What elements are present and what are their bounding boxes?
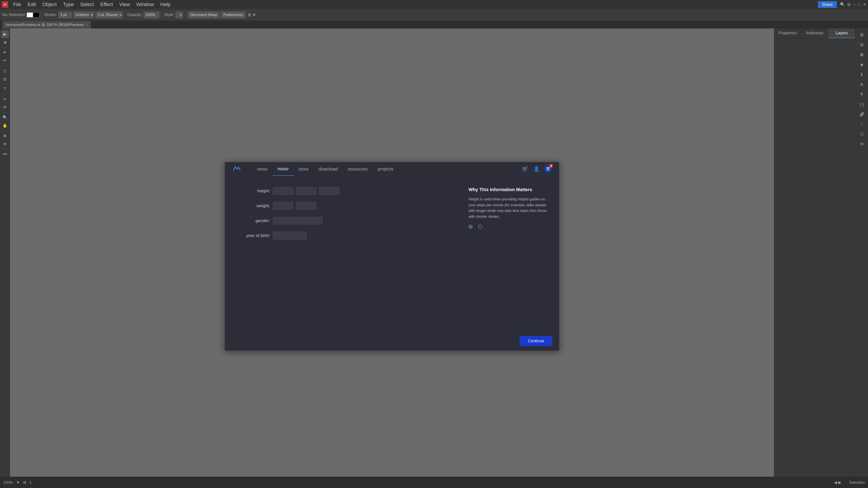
close-icon[interactable]: ✕ xyxy=(863,2,866,7)
para-style-icon[interactable]: ¶ xyxy=(857,90,866,99)
menu-help[interactable]: Help xyxy=(157,0,174,9)
radio-circle-1[interactable] xyxy=(469,225,473,229)
type-tool[interactable]: T xyxy=(1,85,9,93)
year-of-birth-input[interactable] xyxy=(273,232,307,239)
nav-link-moov[interactable]: moov xyxy=(273,162,293,176)
weight-input-1[interactable] xyxy=(273,202,293,210)
tool-sep-1 xyxy=(2,47,8,47)
nav-link-resources[interactable]: resources xyxy=(343,162,373,176)
artboard-wrapper: news moov store download resources proje… xyxy=(225,162,559,351)
panels-icon[interactable]: ⊞ xyxy=(847,2,850,7)
preferences-button[interactable]: Preferences xyxy=(221,11,245,18)
export-icon[interactable]: ↑ xyxy=(857,120,866,129)
sep1 xyxy=(41,11,42,18)
document-setup-button[interactable]: Document Setup xyxy=(188,11,219,18)
height-input-2[interactable] xyxy=(296,187,316,195)
tab-layers[interactable]: Layers xyxy=(828,29,855,38)
zoom-tool[interactable]: 🔍 xyxy=(1,113,9,121)
nav-link-news[interactable]: news xyxy=(252,162,273,176)
radio-option-2[interactable] xyxy=(478,225,482,229)
fill-color[interactable] xyxy=(27,12,33,18)
nav-link-download[interactable]: download xyxy=(313,162,343,176)
pencil-tool[interactable]: ✏ xyxy=(1,57,9,64)
zoom-dropdown-icon[interactable]: ▼ xyxy=(16,480,20,485)
align-icon[interactable]: ⊟ xyxy=(857,40,866,49)
inner-app-logo xyxy=(232,165,243,173)
history-icon[interactable]: ⟲ xyxy=(857,140,866,149)
appearance-icon[interactable]: ◈ xyxy=(857,60,866,69)
blend-tool[interactable]: ⊘ xyxy=(1,140,9,148)
menu-file[interactable]: File xyxy=(10,0,24,9)
maximize-icon[interactable]: □ xyxy=(858,2,861,7)
sep4 xyxy=(185,11,185,18)
gender-input[interactable] xyxy=(273,217,322,225)
tool-sep-4 xyxy=(2,94,8,94)
weight-label: weight: xyxy=(239,203,270,208)
toolbar: No Selection Stroke: Uniform 3 pt. Round… xyxy=(0,9,868,21)
menu-view[interactable]: View xyxy=(116,0,133,9)
rectangle-tool[interactable]: ◻ xyxy=(1,67,9,74)
gender-row: gender: xyxy=(239,217,451,225)
transform-icon[interactable]: ⊠ xyxy=(857,50,866,59)
height-input-3[interactable] xyxy=(319,187,339,195)
char-style-icon[interactable]: A xyxy=(857,80,866,89)
artboard-icon[interactable]: ⊞ xyxy=(23,480,26,485)
open-type-icon[interactable]: { } xyxy=(857,100,866,109)
tool-sep-7 xyxy=(2,149,8,149)
nav-prev-icon[interactable]: ◀ xyxy=(834,480,837,485)
stroke-value-input[interactable] xyxy=(58,11,72,18)
properties-panel: Properties Artboards Layers xyxy=(774,29,855,477)
stroke-weight-select[interactable]: 3 pt. Round xyxy=(95,11,123,18)
cart-icon[interactable]: 🛒 xyxy=(521,165,529,173)
radio-group xyxy=(469,225,550,229)
weight-input-2[interactable] xyxy=(296,202,316,210)
canvas-area: news moov store download resources proje… xyxy=(10,29,774,477)
hand-tool[interactable]: ✋ xyxy=(1,122,9,129)
app-logo: Ai xyxy=(2,1,8,8)
style-select[interactable] xyxy=(176,11,183,18)
right-icon-panel: ⊞ ⊟ ⊠ ◈ ℹ A ¶ { } 🔗 ↑ ⬡ ⟲ xyxy=(855,29,868,477)
menu-window[interactable]: Window xyxy=(133,0,157,9)
menu-edit[interactable]: Edit xyxy=(24,0,39,9)
nav-next-icon[interactable]: ▶ xyxy=(838,480,841,485)
menu-object[interactable]: Object xyxy=(39,0,60,9)
stroke-color[interactable] xyxy=(33,12,39,18)
arrange-icon[interactable]: ⊞ ▼ xyxy=(248,12,256,18)
selection-tool[interactable]: ▶ xyxy=(1,30,9,38)
scissors-tool[interactable]: ✂ xyxy=(1,95,9,103)
rotate-tool[interactable]: ⟳ xyxy=(1,103,9,111)
search-icon[interactable]: 🔍 xyxy=(840,2,845,7)
minimize-icon[interactable]: ─ xyxy=(853,2,856,7)
inner-navigation: news moov store download resources proje… xyxy=(225,162,559,176)
links-icon[interactable]: 🔗 xyxy=(857,110,866,119)
document-tab[interactable]: functionalScreens.ai @ 100 % (RGB/Previe… xyxy=(2,21,91,29)
info-icon[interactable]: ℹ xyxy=(857,70,866,79)
nav-link-projects[interactable]: projects xyxy=(373,162,399,176)
ellipse-tool[interactable]: ◎ xyxy=(1,75,9,83)
user-icon[interactable]: 👤 xyxy=(532,165,540,173)
stroke-style-select[interactable]: Uniform xyxy=(73,11,94,18)
radio-circle-2[interactable] xyxy=(478,225,482,229)
tool-sep-5 xyxy=(2,112,8,112)
tab-artboards[interactable]: Artboards xyxy=(801,29,829,38)
pen-tool[interactable]: ✒ xyxy=(1,48,9,56)
direct-selection-tool[interactable]: ⬗ xyxy=(1,38,9,46)
assets-icon[interactable]: ⬡ xyxy=(857,130,866,139)
panel-toggle-btn[interactable]: ⊞ xyxy=(857,30,866,39)
tab-properties[interactable]: Properties xyxy=(774,29,801,38)
more-tools[interactable]: ••• xyxy=(1,150,9,158)
gradient-tool[interactable]: ⊕ xyxy=(1,132,9,140)
opacity-input[interactable] xyxy=(144,11,159,18)
tab-close-icon[interactable]: × xyxy=(86,23,88,27)
menu-select[interactable]: Select xyxy=(77,0,97,9)
radio-option-1[interactable] xyxy=(469,225,473,229)
menu-effect[interactable]: Effect xyxy=(97,0,116,9)
share-button[interactable]: Share xyxy=(818,1,837,8)
tool-sep-3 xyxy=(2,84,8,84)
page-nav: ◀ ▶ xyxy=(834,480,841,485)
continue-button[interactable]: Continue xyxy=(520,336,552,346)
menu-badge-button[interactable]: ☰ 3 xyxy=(544,165,552,173)
height-input-1[interactable] xyxy=(273,187,293,195)
nav-link-store[interactable]: store xyxy=(293,162,313,176)
menu-type[interactable]: Type xyxy=(60,0,77,9)
